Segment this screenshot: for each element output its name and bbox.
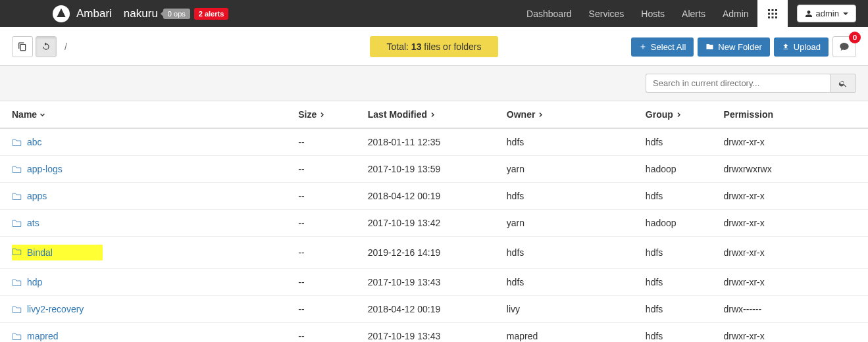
cell-group: hadoop xyxy=(634,156,712,183)
select-all-label: Select All xyxy=(651,42,686,52)
cell-perm: drwxr-xr-x xyxy=(712,128,868,156)
col-owner[interactable]: Owner xyxy=(495,101,634,128)
table-row[interactable]: ats--2017-10-19 13:42yarnhadoopdrwxr-xr-… xyxy=(0,210,868,237)
col-owner-label: Owner xyxy=(507,109,536,120)
svg-rect-0 xyxy=(768,9,770,11)
toolbar: / Total: 13 files or folders Select All … xyxy=(0,27,868,65)
folder-name: hdp xyxy=(27,277,42,287)
chevron-down-icon xyxy=(39,109,45,120)
new-folder-label: New Folder xyxy=(718,42,761,52)
nav-admin[interactable]: Admin xyxy=(714,0,757,27)
ambari-logo[interactable] xyxy=(53,5,70,22)
total-badge: Total: 13 files or folders xyxy=(370,36,499,57)
brand-label[interactable]: Ambari xyxy=(76,7,112,20)
table-row[interactable]: apps--2018-04-12 00:19hdfshdfsdrwxr-xr-x xyxy=(0,183,868,210)
cell-modified: 2017-10-19 13:43 xyxy=(356,269,495,296)
svg-rect-7 xyxy=(771,16,773,18)
folder-name: Bindal xyxy=(27,247,53,258)
col-size[interactable]: Size xyxy=(286,101,356,128)
folder-name: apps xyxy=(27,191,47,201)
folder-link[interactable]: ats xyxy=(12,218,274,228)
folder-link[interactable]: hdp xyxy=(12,277,274,287)
folder-link[interactable]: app-logs xyxy=(12,164,274,174)
cell-size: -- xyxy=(286,323,356,343)
table-row[interactable]: hdp--2017-10-19 13:43hdfshdfsdrwxr-xr-x xyxy=(0,269,868,296)
cell-group: hdfs xyxy=(634,323,712,343)
chevron-right-icon xyxy=(319,109,325,120)
col-permission-label: Permission xyxy=(724,109,773,120)
cell-size: -- xyxy=(286,210,356,237)
refresh-button[interactable] xyxy=(36,36,57,57)
search-button[interactable] xyxy=(830,74,856,93)
svg-rect-4 xyxy=(771,12,773,14)
col-name-label: Name xyxy=(12,109,37,120)
nav-alerts[interactable]: Alerts xyxy=(673,0,714,27)
svg-rect-6 xyxy=(768,16,770,18)
cell-perm: drwxr-xr-x xyxy=(712,210,868,237)
breadcrumb[interactable]: / xyxy=(64,41,67,52)
folder-link[interactable]: mapred xyxy=(12,331,274,341)
new-tab-button[interactable] xyxy=(12,36,33,57)
plus-icon xyxy=(639,43,647,51)
nav-dashboard[interactable]: Dashboard xyxy=(518,0,580,27)
cell-group: hdfs xyxy=(634,128,712,156)
cell-perm: drwx------ xyxy=(712,296,868,323)
select-all-button[interactable]: Select All xyxy=(631,37,694,57)
col-name[interactable]: Name xyxy=(0,101,286,128)
cell-modified: 2017-10-19 13:59 xyxy=(356,156,495,183)
new-folder-button[interactable]: New Folder xyxy=(698,37,769,57)
cell-modified: 2018-01-11 12:35 xyxy=(356,128,495,156)
folder-link[interactable]: livy2-recovery xyxy=(12,304,274,314)
nav-services[interactable]: Services xyxy=(580,0,633,27)
svg-rect-2 xyxy=(775,9,777,11)
user-icon xyxy=(805,10,813,18)
nav-hosts[interactable]: Hosts xyxy=(632,0,673,27)
col-group[interactable]: Group xyxy=(634,101,712,128)
chevron-right-icon xyxy=(676,109,682,120)
col-group-label: Group xyxy=(646,109,673,120)
col-permission[interactable]: Permission xyxy=(712,101,868,128)
cell-perm: drwxr-xr-x xyxy=(712,237,868,269)
folder-name: mapred xyxy=(27,331,58,341)
user-label: admin xyxy=(816,9,839,18)
total-prefix: Total: xyxy=(387,41,411,52)
apps-grid-icon[interactable] xyxy=(757,0,788,27)
folder-name: livy2-recovery xyxy=(27,304,84,314)
folder-link[interactable]: abc xyxy=(12,137,274,147)
folder-name: app-logs xyxy=(27,164,63,174)
search-input[interactable] xyxy=(646,74,830,93)
user-menu-button[interactable]: admin xyxy=(797,5,856,22)
cell-owner: hdfs xyxy=(495,128,634,156)
caret-down-icon xyxy=(843,12,848,15)
table-row[interactable]: app-logs--2017-10-19 13:59yarnhadoopdrwx… xyxy=(0,156,868,183)
cell-size: -- xyxy=(286,237,356,269)
cell-modified: 2017-10-19 13:42 xyxy=(356,210,495,237)
col-size-label: Size xyxy=(298,109,317,120)
folder-link[interactable]: apps xyxy=(12,191,274,201)
upload-button[interactable]: Upload xyxy=(774,37,829,57)
table-row[interactable]: Bindal--2019-12-16 14:19hdfshdfsdrwxr-xr… xyxy=(0,237,868,269)
cell-group: hdfs xyxy=(634,269,712,296)
cluster-name[interactable]: nakuru xyxy=(124,7,158,20)
cell-modified: 2017-10-19 13:43 xyxy=(356,323,495,343)
col-modified-label: Last Modified xyxy=(368,109,427,120)
table-row[interactable]: livy2-recovery--2018-04-12 00:19livyhdfs… xyxy=(0,296,868,323)
cell-modified: 2018-04-12 00:19 xyxy=(356,296,495,323)
cell-size: -- xyxy=(286,183,356,210)
upload-icon xyxy=(782,43,790,51)
cell-group: hdfs xyxy=(634,296,712,323)
cell-modified: 2018-04-12 00:19 xyxy=(356,183,495,210)
table-row[interactable]: abc--2018-01-11 12:35hdfshdfsdrwxr-xr-x xyxy=(0,128,868,156)
table-row[interactable]: mapred--2017-10-19 13:43mapredhdfsdrwxr-… xyxy=(0,323,868,343)
col-modified[interactable]: Last Modified xyxy=(356,101,495,128)
folder-link[interactable]: Bindal xyxy=(12,246,78,259)
alerts-badge[interactable]: 2 alerts xyxy=(194,8,229,20)
chat-icon xyxy=(839,41,850,52)
top-navbar: Ambari nakuru 0 ops 2 alerts Dashboard S… xyxy=(0,0,868,27)
refresh-icon xyxy=(41,42,51,51)
ops-badge[interactable]: 0 ops xyxy=(163,9,190,19)
cell-size: -- xyxy=(286,128,356,156)
total-count: 13 xyxy=(411,41,422,52)
upload-label: Upload xyxy=(794,42,821,52)
messages-button[interactable]: 0 xyxy=(832,36,856,57)
